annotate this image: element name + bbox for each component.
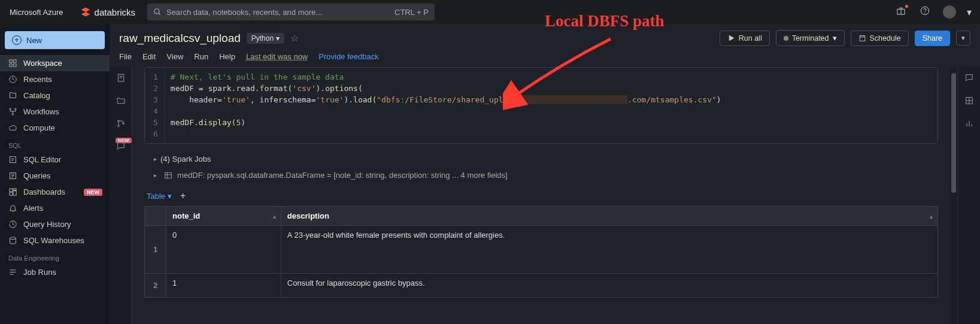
sidebar-item-sql-editor[interactable]: SQL Editor — [0, 152, 110, 168]
provide-feedback-link[interactable]: Provide feedback — [318, 52, 378, 61]
plus-icon: + — [12, 35, 22, 45]
right-tool-rail — [957, 67, 980, 324]
chevron-down-icon: ▾ — [833, 34, 837, 43]
svg-point-12 — [15, 108, 17, 110]
language-selector[interactable]: Python ▾ — [247, 33, 284, 44]
sidebar-item-queries[interactable]: Queries — [0, 168, 110, 184]
notebook-title[interactable]: raw_medicalcsv_upload — [119, 32, 241, 45]
line-gutter: 1 2 3 4 5 6 — [145, 68, 165, 143]
flow-icon — [8, 107, 17, 116]
sidebar-item-label: Compute — [23, 123, 55, 132]
rail-assistant-icon[interactable]: NEW — [116, 141, 126, 153]
help-icon[interactable] — [917, 4, 933, 20]
svg-rect-32 — [165, 172, 172, 178]
global-search[interactable]: Search data, notebooks, recents, and mor… — [147, 4, 435, 20]
schedule-button[interactable]: Schedule — [851, 31, 909, 46]
code-content[interactable]: # Next, let's pull in the sample datamed… — [165, 68, 937, 143]
scroll-thumb[interactable] — [951, 73, 956, 193]
run-all-button[interactable]: Run all — [720, 31, 770, 46]
cell-value[interactable]: 1 — [166, 274, 281, 298]
section-data-engineering: Data Engineering — [0, 249, 110, 264]
grid-icon — [8, 59, 17, 68]
cell-value[interactable]: 0 — [166, 226, 281, 274]
svg-point-11 — [10, 108, 11, 110]
output-tab-table[interactable]: Table ▾ — [147, 192, 172, 201]
rail-folder-icon[interactable] — [116, 96, 126, 108]
cell-value[interactable]: A 23-year-old white female presents with… — [281, 226, 937, 274]
search-hint: CTRL + P — [395, 8, 429, 17]
sidebar-item-workspace[interactable]: Workspace — [0, 55, 110, 71]
attach-cluster-button[interactable]: Terminated ▾ — [776, 30, 845, 46]
code-editor[interactable]: 1 2 3 4 5 6 # Next, let's pull in the sa… — [145, 68, 937, 143]
svg-point-29 — [117, 120, 119, 122]
sidebar-item-job-runs[interactable]: Job Runs — [0, 264, 110, 280]
menu-help[interactable]: Help — [219, 52, 235, 61]
annotation-text: Local DBFS path — [545, 12, 665, 31]
sort-icon[interactable]: ▴ — [930, 213, 933, 219]
column-header[interactable]: note_id▴ — [166, 207, 281, 226]
sidebar-item-compute[interactable]: Compute — [0, 120, 110, 136]
search-placeholder: Search data, notebooks, recents, and mor… — [166, 8, 322, 17]
last-edit-info[interactable]: Last edit was now — [246, 52, 308, 61]
clock-icon — [8, 75, 17, 84]
star-icon[interactable]: ☆ — [290, 32, 299, 44]
rail-doc-icon[interactable] — [116, 73, 126, 85]
chevron-right-icon: ▸ — [154, 156, 157, 162]
gift-icon[interactable] — [893, 4, 909, 20]
row-number: 2 — [145, 274, 166, 298]
search-icon — [153, 8, 162, 16]
user-avatar[interactable] — [943, 5, 956, 19]
schema-text: medDF: pyspark.sql.dataframe.DataFrame =… — [177, 171, 508, 180]
schema-row[interactable]: ▸ medDF: pyspark.sql.dataframe.DataFrame… — [144, 168, 938, 186]
svg-rect-22 — [860, 36, 865, 41]
menu-view[interactable]: View — [166, 52, 183, 61]
status-dot-icon — [784, 36, 788, 41]
notebook-canvas: 1 2 3 4 5 6 # Next, let's pull in the sa… — [132, 67, 950, 324]
sidebar-item-recents[interactable]: Recents — [0, 71, 110, 87]
result-table: note_id▴ description▴ 1 0 A 23-year-old … — [144, 206, 938, 298]
rail-insights-icon[interactable] — [964, 119, 974, 131]
menu-edit[interactable]: Edit — [142, 52, 156, 61]
menu-bar: File Edit View Run Help Last edit was no… — [110, 49, 980, 67]
rail-comments-icon[interactable] — [964, 73, 974, 85]
svg-point-20 — [10, 237, 16, 240]
vertical-scrollbar[interactable] — [950, 67, 957, 324]
sidebar-item-query-history[interactable]: Query History — [0, 216, 110, 232]
dash-icon — [8, 187, 17, 196]
sql-icon — [8, 155, 17, 164]
sidebar-item-label: Dashboards — [23, 187, 65, 196]
query-icon — [8, 171, 17, 180]
sort-icon[interactable]: ▴ — [273, 213, 276, 219]
spark-jobs-toggle[interactable]: ▸ (4) Spark Jobs — [144, 150, 938, 168]
menu-run[interactable]: Run — [194, 52, 208, 61]
add-output-tab[interactable]: + — [180, 190, 186, 201]
sidebar-item-sql-warehouses[interactable]: SQL Warehouses — [0, 232, 110, 249]
sidebar-item-dashboards[interactable]: Dashboards NEW — [0, 184, 110, 200]
column-header[interactable]: description▴ — [281, 207, 937, 226]
svg-rect-7 — [14, 60, 16, 62]
sidebar-item-catalog[interactable]: Catalog — [0, 87, 110, 104]
cell-value[interactable]: Consult for laparoscopic gastric bypass. — [281, 274, 937, 298]
rail-git-icon[interactable] — [116, 119, 126, 131]
menu-file[interactable]: File — [119, 52, 132, 61]
sidebar-item-alerts[interactable]: Alerts — [0, 200, 110, 216]
rail-variables-icon[interactable] — [964, 96, 974, 108]
chevron-right-icon: ▸ — [154, 172, 157, 178]
share-button[interactable]: Share — [915, 31, 950, 46]
sidebar-item-label: Job Runs — [23, 268, 56, 277]
tab-label: Table — [147, 192, 165, 201]
svg-rect-8 — [10, 64, 12, 66]
user-chevron-icon[interactable]: ▾ — [963, 4, 975, 20]
sidebar-item-label: Query History — [23, 220, 71, 229]
header-more-chevron[interactable]: ▾ — [956, 31, 970, 46]
cloud-icon — [8, 123, 17, 132]
new-button[interactable]: + New — [5, 31, 105, 49]
left-tool-rail: NEW — [110, 67, 132, 324]
button-label: Run all — [739, 34, 762, 43]
code-cell[interactable]: 1 2 3 4 5 6 # Next, let's pull in the sa… — [144, 67, 938, 144]
sidebar-item-label: Recents — [23, 75, 52, 84]
svg-rect-9 — [14, 64, 16, 66]
svg-rect-14 — [10, 157, 16, 163]
databricks-brand[interactable]: databricks — [75, 4, 140, 20]
sidebar-item-workflows[interactable]: Workflows — [0, 104, 110, 120]
